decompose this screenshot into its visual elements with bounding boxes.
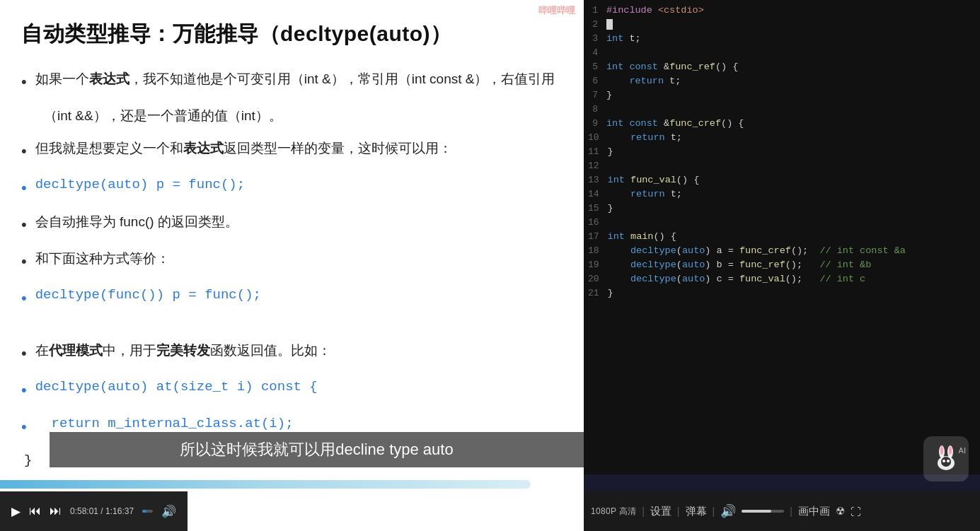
line-code: int const &func_ref() { (606, 62, 980, 72)
line-number: 8 (584, 104, 606, 115)
settings-button[interactable]: 设置 (650, 505, 671, 518)
bullet-list: • 如果一个表达式，我不知道他是个可变引用（int &），常引用（int con… (21, 69, 563, 472)
code-line-row: 15} (584, 202, 980, 216)
bullet-text: 会自动推导为 func() 的返回类型。 (35, 211, 563, 232)
line-code: int const &func_cref() { (606, 118, 980, 129)
quality-label[interactable]: 1080P 高清 (591, 506, 636, 518)
line-code: #include <cstdio> (606, 5, 980, 16)
progress-decoration (0, 480, 531, 489)
line-number: 21 (584, 288, 608, 298)
bullet-text: （int &&），还是一个普通的值（int）。 (44, 105, 563, 126)
svg-point-7 (949, 446, 952, 455)
code-line-row: 18 decltype(auto) a = func_cref(); // in… (584, 245, 980, 259)
separator3: | (713, 506, 715, 517)
code-line-row: 6 return t; (584, 75, 980, 89)
code-line-row: 12 (584, 160, 980, 174)
svg-point-6 (940, 446, 943, 455)
code-line-row: 10 return t; (584, 132, 980, 146)
line-number: 11 (584, 146, 608, 157)
bullet-dot: • (21, 250, 27, 274)
right-bottom-controls: 1080P 高清 | 设置 | 弹幕 | 🔊 | 画中画 ☢ ⛶ (584, 491, 980, 531)
brand-logo: 哔哩哔哩 (538, 4, 575, 17)
line-code: int main() { (608, 231, 980, 242)
line-number: 16 (584, 217, 608, 228)
fullscreen-button[interactable]: ⛶ (851, 506, 861, 518)
danmaku-button[interactable]: 弹幕 (686, 505, 707, 518)
line-number: 1 (584, 5, 606, 16)
left-panel: 哔哩哔哩 自动类型推导：万能推导（decltype(auto)） • 如果一个表… (0, 0, 584, 531)
line-number: 5 (584, 62, 606, 72)
line-number: 18 (584, 245, 608, 256)
code-line-row: 7} (584, 89, 980, 103)
prev-button[interactable]: ⏮ (29, 504, 41, 518)
list-item: } (21, 450, 563, 471)
play-button[interactable]: ▶ (11, 504, 21, 519)
line-code: } (608, 203, 980, 214)
line-code: } (608, 146, 980, 157)
bullet-dot: • (21, 286, 27, 310)
line-number: 13 (584, 175, 608, 185)
volume-icon[interactable]: 🔊 (161, 504, 176, 519)
code-line-row: 17int main() { (584, 231, 980, 245)
code-line-row: 5int const &func_ref() { (584, 61, 980, 75)
bullet-text: 如果一个表达式，我不知道他是个可变引用（int &），常引用（int const… (35, 69, 563, 89)
code-line-row: 21} (584, 287, 980, 301)
list-item: （int &&），还是一个普通的值（int）。 (44, 105, 563, 126)
code-editor: 1#include <cstdio>23int t;45int const &f… (584, 0, 980, 474)
line-code: return t; (608, 132, 980, 143)
main-container: 哔哩哔哩 自动类型推导：万能推导（decltype(auto)） • 如果一个表… (0, 0, 980, 531)
line-code: } (606, 90, 980, 100)
code-line-row: 20 decltype(auto) c = func_val(); // int… (584, 273, 980, 287)
line-number: 14 (584, 189, 608, 199)
list-item: • return m_internal_class.at(i); (21, 414, 563, 439)
progress-bar[interactable] (142, 510, 153, 513)
list-item: • decltype(auto) at(size_t i) const { (21, 377, 563, 402)
code-line-row: 2 (584, 18, 980, 33)
next-button[interactable]: ⏭ (50, 504, 62, 518)
line-number: 10 (584, 132, 608, 143)
bullet-code: decltype(auto) at(size_t i) const { (35, 377, 563, 397)
bullet-dot: • (21, 415, 27, 439)
line-number: 20 (584, 274, 608, 284)
slide-title: 自动类型推导：万能推导（decltype(auto)） (21, 20, 563, 49)
volume-bar[interactable] (742, 510, 784, 513)
code-line-row: 8 (584, 103, 980, 117)
code-line-row: 1#include <cstdio> (584, 4, 980, 18)
line-number: 12 (584, 161, 608, 171)
rabbit-logo (923, 436, 969, 482)
line-number: 4 (584, 47, 606, 58)
svg-point-5 (947, 460, 950, 462)
line-number: 2 (584, 19, 606, 30)
line-code: int t; (606, 33, 980, 44)
line-code: return t; (606, 76, 980, 86)
pip-button[interactable]: 画中画 (798, 505, 830, 518)
line-number: 6 (584, 76, 606, 86)
separator2: | (677, 506, 680, 517)
svg-point-4 (942, 460, 945, 462)
separator: | (642, 506, 645, 517)
list-item: • decltype(auto) p = func(); (21, 175, 563, 200)
line-code: decltype(auto) b = func_ref(); // int &b (608, 259, 980, 270)
list-spacer (21, 322, 563, 329)
bullet-code: return m_internal_class.at(i); (35, 414, 563, 434)
list-item: • 和下面这种方式等价： (21, 248, 563, 274)
code-line-row: 19 decltype(auto) b = func_ref(); // int… (584, 259, 980, 273)
list-item: • 如果一个表达式，我不知道他是个可变引用（int &），常引用（int con… (21, 69, 563, 94)
separator4: | (790, 506, 792, 517)
line-code: decltype(auto) a = func_cref(); // int c… (608, 245, 980, 256)
volume-btn[interactable]: 🔊 (720, 503, 736, 519)
bullet-code: decltype(auto) p = func(); (35, 175, 563, 195)
line-number: 15 (584, 203, 608, 214)
line-number: 3 (584, 33, 606, 44)
code-line-row: 14 return t; (584, 188, 980, 202)
svg-point-3 (941, 457, 951, 467)
bullet-text: 和下面这种方式等价： (35, 248, 563, 269)
line-code: int func_val() { (608, 175, 980, 185)
bullet-code: decltype(func()) p = func(); (35, 285, 563, 305)
nuclear-button[interactable]: ☢ (836, 505, 845, 518)
list-item: • decltype(func()) p = func(); (21, 285, 563, 310)
line-number: 17 (584, 231, 608, 242)
bullet-dot: • (21, 139, 27, 163)
bullet-dot: • (21, 176, 27, 200)
code-line-row: 9int const &func_cref() { (584, 117, 980, 132)
